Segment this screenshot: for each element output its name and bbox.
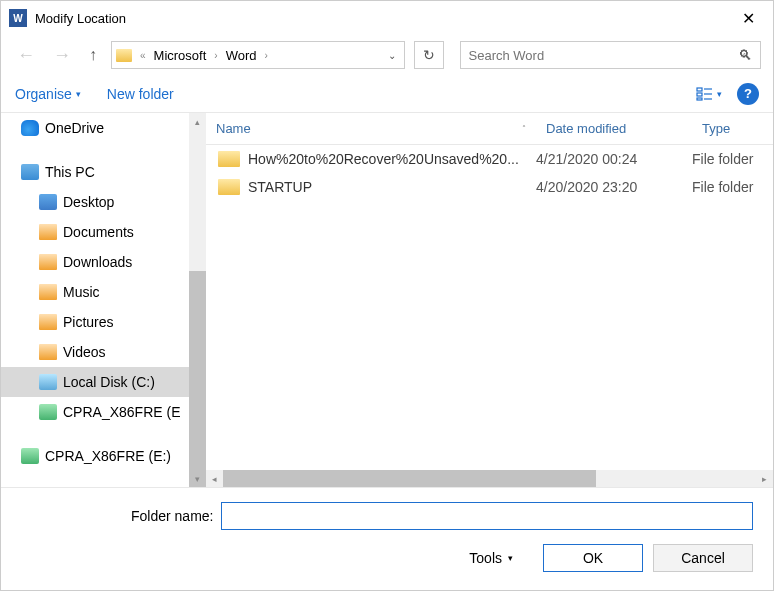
tree-label: Documents [63,224,134,240]
new-folder-label: New folder [107,86,174,102]
videos-icon [39,344,57,360]
folder-name-label: Folder name: [21,508,213,524]
tree-downloads[interactable]: Downloads [1,247,206,277]
titlebar: W Modify Location ✕ [1,1,773,35]
tree-label: CPRA_X86FRE (E:) [45,448,171,464]
up-icon[interactable]: ↑ [85,42,101,68]
tree-documents[interactable]: Documents [1,217,206,247]
tree-music[interactable]: Music [1,277,206,307]
new-folder-button[interactable]: New folder [107,86,174,102]
back-icon[interactable]: ← [13,41,39,70]
svg-rect-1 [697,93,702,96]
tree-onedrive[interactable]: OneDrive [1,113,206,143]
word-app-icon: W [9,9,27,27]
address-bar[interactable]: « Microsoft › Word › ⌄ [111,41,405,69]
tree-localdisk[interactable]: Local Disk (C:) [1,367,206,397]
pictures-icon [39,314,57,330]
chevron-right-icon[interactable]: › [258,50,273,61]
crumb-word[interactable]: Word [226,48,257,63]
col-date[interactable]: Date modified [536,121,692,136]
chevron-right-icon[interactable]: › [208,50,223,61]
file-name: How%20to%20Recover%20Unsaved%20... [248,151,519,167]
desktop-icon [39,194,57,210]
music-icon [39,284,57,300]
view-options-button[interactable]: ▾ [689,81,729,107]
onedrive-icon [21,120,39,136]
tools-label: Tools [469,550,502,566]
organise-button[interactable]: Organise ▾ [15,86,81,102]
tree-label: CPRA_X86FRE (E [63,404,180,420]
chevron-up-icon[interactable]: ▴ [189,113,206,130]
svg-rect-0 [697,88,702,91]
chevron-down-icon: ▾ [76,89,81,99]
tree-label: This PC [45,164,95,180]
list-item[interactable]: STARTUP 4/20/2020 23:20 File folder [206,173,773,201]
organise-label: Organise [15,86,72,102]
crumb-microsoft[interactable]: Microsoft [154,48,207,63]
file-type: File folder [692,179,773,195]
downloads-icon [39,254,57,270]
scrollbar-thumb[interactable] [189,271,206,487]
pc-icon [21,164,39,180]
window-title: Modify Location [35,11,732,26]
crumb-prefix: « [134,50,152,61]
chevron-right-icon[interactable]: ▸ [756,470,773,487]
file-list: How%20to%20Recover%20Unsaved%20... 4/21/… [206,145,773,470]
bottom-bar: Folder name: Tools ▾ OK Cancel [1,487,773,582]
svg-rect-2 [697,98,702,100]
tree-desktop[interactable]: Desktop [1,187,206,217]
cancel-button[interactable]: Cancel [653,544,753,572]
col-type[interactable]: Type [692,121,773,136]
list-pane: Name˄ Date modified Type How%20to%20Reco… [206,113,773,487]
tree-dvd1[interactable]: CPRA_X86FRE (E [1,397,206,427]
column-headers: Name˄ Date modified Type [206,113,773,145]
folder-name-input[interactable] [221,502,753,530]
file-type: File folder [692,151,773,167]
refresh-icon[interactable]: ↻ [414,41,444,69]
tree-label: OneDrive [45,120,104,136]
search-input[interactable] [469,48,739,63]
col-name[interactable]: Name˄ [206,121,536,136]
close-icon[interactable]: ✕ [732,5,765,32]
tree-label: Videos [63,344,106,360]
documents-icon [39,224,57,240]
toolbar: Organise ▾ New folder ▾ ? [1,75,773,113]
disk-icon [39,374,57,390]
tree-scrollbar[interactable]: ▴ ▾ [189,113,206,487]
tree-pane: OneDrive This PC Desktop Documents Downl… [1,113,206,487]
scrollbar-thumb[interactable] [223,470,596,487]
file-name: STARTUP [248,179,312,195]
chevron-down-icon[interactable]: ▾ [189,470,206,487]
tree-label: Local Disk (C:) [63,374,155,390]
sort-indicator-icon: ˄ [522,124,526,133]
help-icon[interactable]: ? [737,83,759,105]
tree-label: Music [63,284,100,300]
list-item[interactable]: How%20to%20Recover%20Unsaved%20... 4/21/… [206,145,773,173]
tree-label: Pictures [63,314,114,330]
file-date: 4/20/2020 23:20 [536,179,692,195]
tree-videos[interactable]: Videos [1,337,206,367]
chevron-down-icon[interactable]: ⌄ [384,50,400,61]
chevron-down-icon: ▾ [508,553,513,563]
chevron-left-icon[interactable]: ◂ [206,470,223,487]
ok-button[interactable]: OK [543,544,643,572]
search-icon[interactable]: 🔍︎ [738,47,752,63]
navbar: ← → ↑ « Microsoft › Word › ⌄ ↻ 🔍︎ [1,35,773,75]
dvd-icon [39,404,57,420]
forward-icon[interactable]: → [49,41,75,70]
folder-icon [218,179,240,195]
folder-icon [116,49,132,62]
tools-button[interactable]: Tools ▾ [469,550,513,566]
tree-thispc[interactable]: This PC [1,157,206,187]
tree-label: Desktop [63,194,114,210]
search-field[interactable]: 🔍︎ [460,41,762,69]
horizontal-scrollbar[interactable]: ◂ ▸ [206,470,773,487]
dvd-icon [21,448,39,464]
file-date: 4/21/2020 00:24 [536,151,692,167]
chevron-down-icon: ▾ [717,89,722,99]
tree-pictures[interactable]: Pictures [1,307,206,337]
folder-icon [218,151,240,167]
tree-dvd2[interactable]: CPRA_X86FRE (E:) [1,441,206,471]
tree-label: Downloads [63,254,132,270]
